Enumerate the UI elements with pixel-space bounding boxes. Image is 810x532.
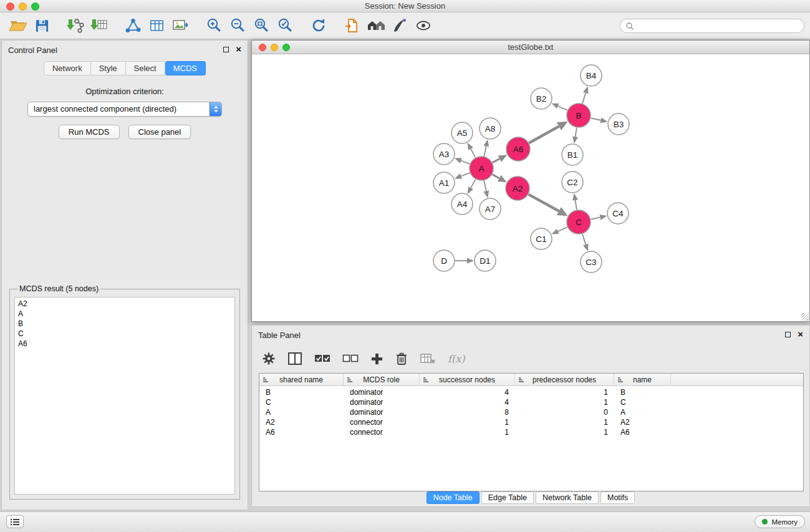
node-B4[interactable]: B4 bbox=[581, 65, 602, 86]
minimize-window-button[interactable] bbox=[19, 2, 27, 11]
show-graphics-icon[interactable] bbox=[412, 14, 435, 37]
table-tab-network-table[interactable]: Network Table bbox=[536, 491, 599, 504]
close-panel-icon[interactable]: × bbox=[236, 46, 241, 52]
search-input[interactable] bbox=[637, 22, 799, 31]
network-canvas[interactable]: B4B2BB3A8A5A6A3B1AC2A1A2A4A7C4CC1DD1C3 bbox=[252, 54, 809, 321]
node-A6[interactable]: A6 bbox=[506, 137, 530, 161]
window-resize-grip[interactable] bbox=[801, 313, 809, 321]
mcds-result-item[interactable]: C bbox=[18, 329, 231, 339]
open-session-doc-icon[interactable] bbox=[340, 14, 364, 37]
node-D[interactable]: D bbox=[433, 250, 455, 271]
deselect-all-icon[interactable] bbox=[342, 352, 359, 365]
new-network-icon[interactable] bbox=[121, 14, 145, 37]
node-A2[interactable]: A2 bbox=[506, 177, 529, 200]
first-neighbors-icon[interactable] bbox=[364, 14, 388, 37]
delete-row-icon[interactable] bbox=[395, 352, 408, 365]
node-B2[interactable]: B2 bbox=[531, 88, 552, 109]
show-panel-button[interactable] bbox=[6, 515, 24, 528]
column-header-name[interactable]: name bbox=[614, 374, 671, 385]
edge-A-A6[interactable] bbox=[493, 159, 500, 163]
zoom-out-icon[interactable] bbox=[226, 14, 249, 37]
table-row[interactable]: Bdominator41B bbox=[259, 387, 803, 397]
node-C[interactable]: C bbox=[567, 210, 591, 234]
edge-A-A1[interactable] bbox=[461, 173, 470, 176]
control-tab-select[interactable]: Select bbox=[126, 61, 165, 75]
edge-A6-B[interactable] bbox=[529, 127, 559, 143]
table-row[interactable]: Cdominator41C bbox=[259, 397, 803, 407]
column-header-MCDS-role[interactable]: MCDS role bbox=[344, 374, 420, 385]
optimization-dropdown[interactable]: largest connected component (directed) bbox=[27, 102, 222, 117]
column-header-predecessor-nodes[interactable]: predecessor nodes bbox=[515, 374, 614, 385]
network-window-titlebar[interactable]: testGlobe.txt bbox=[252, 41, 809, 54]
control-tab-network[interactable]: Network bbox=[44, 61, 91, 75]
table-row[interactable]: A6connector11A6 bbox=[259, 427, 803, 437]
style-brush-icon[interactable] bbox=[388, 14, 412, 37]
import-network-file-icon[interactable] bbox=[64, 14, 87, 37]
node-A1[interactable]: A1 bbox=[433, 172, 455, 193]
edge-A-A4[interactable] bbox=[471, 180, 475, 188]
node-C2[interactable]: C2 bbox=[562, 172, 583, 193]
search-box[interactable] bbox=[620, 19, 804, 33]
column-header-shared-name[interactable]: shared name bbox=[259, 374, 344, 385]
mcds-result-item[interactable]: A bbox=[18, 309, 231, 319]
edge-C-C2[interactable] bbox=[576, 200, 577, 210]
edge-A2-C[interactable] bbox=[529, 195, 559, 211]
node-A5[interactable]: A5 bbox=[451, 122, 473, 143]
network-graph[interactable]: B4B2BB3A8A5A6A3B1AC2A1A2A4A7C4CC1DD1C3 bbox=[252, 54, 809, 321]
columns-icon[interactable] bbox=[287, 352, 302, 365]
control-tab-mcds[interactable]: MCDS bbox=[165, 61, 206, 75]
select-all-icon[interactable] bbox=[314, 352, 330, 365]
table-tab-node-table[interactable]: Node Table bbox=[427, 491, 480, 504]
node-C1[interactable]: C1 bbox=[531, 228, 552, 249]
close-panel-button[interactable]: Close panel bbox=[128, 125, 191, 139]
run-mcds-button[interactable]: Run MCDS bbox=[59, 125, 120, 139]
node-C4[interactable]: C4 bbox=[607, 203, 629, 224]
edge-B-B3[interactable] bbox=[591, 118, 601, 120]
edge-A-A2[interactable] bbox=[493, 175, 499, 178]
close-table-panel-icon[interactable]: × bbox=[798, 331, 803, 337]
node-A7[interactable]: A7 bbox=[480, 198, 501, 220]
node-B[interactable]: B bbox=[567, 104, 591, 127]
table-tab-motifs[interactable]: Motifs bbox=[600, 491, 635, 504]
edge-A-A7[interactable] bbox=[484, 181, 486, 191]
close-window-button[interactable] bbox=[6, 2, 14, 11]
mcds-result-item[interactable]: A2 bbox=[18, 299, 231, 309]
node-B3[interactable]: B3 bbox=[608, 114, 629, 135]
mcds-result-list[interactable]: A2ABCA6 bbox=[14, 297, 235, 495]
edge-A-A5[interactable] bbox=[471, 149, 475, 158]
refresh-icon[interactable] bbox=[307, 14, 330, 37]
edge-B-B4[interactable] bbox=[582, 93, 586, 104]
edge-C-C4[interactable] bbox=[591, 217, 600, 219]
mcds-result-item[interactable]: B bbox=[18, 319, 231, 329]
node-C3[interactable]: C3 bbox=[581, 251, 602, 273]
control-tab-style[interactable]: Style bbox=[91, 61, 126, 75]
node-A[interactable]: A bbox=[470, 157, 493, 180]
import-table-file-icon[interactable] bbox=[87, 14, 111, 37]
open-file-icon[interactable] bbox=[6, 14, 30, 37]
float-panel-icon[interactable] bbox=[223, 47, 229, 52]
zoom-selected-icon[interactable] bbox=[273, 14, 297, 37]
network-zoom-button[interactable] bbox=[282, 44, 290, 51]
zoom-in-icon[interactable] bbox=[202, 14, 226, 37]
network-minimize-button[interactable] bbox=[271, 44, 278, 51]
network-close-button[interactable] bbox=[259, 44, 266, 51]
new-table-icon[interactable] bbox=[145, 14, 168, 37]
edge-C-C1[interactable] bbox=[558, 227, 567, 231]
destroy-table-icon[interactable] bbox=[420, 352, 436, 365]
memory-button[interactable]: Memory bbox=[755, 515, 805, 528]
zoom-window-button[interactable] bbox=[31, 2, 39, 11]
edge-B-B1[interactable] bbox=[576, 128, 577, 137]
edge-A-A8[interactable] bbox=[484, 147, 486, 157]
table-row[interactable]: A2connector11A2 bbox=[259, 417, 803, 427]
settings-icon[interactable] bbox=[262, 352, 276, 365]
table-row[interactable]: Adominator80A bbox=[259, 407, 803, 417]
zoom-fit-icon[interactable] bbox=[249, 14, 273, 37]
column-header-successor-nodes[interactable]: successor nodes bbox=[420, 374, 515, 385]
node-A3[interactable]: A3 bbox=[433, 143, 455, 165]
function-builder-icon[interactable]: f(x) bbox=[448, 353, 465, 365]
export-image-icon[interactable] bbox=[168, 14, 192, 37]
edge-A-A3[interactable] bbox=[461, 160, 470, 163]
save-session-icon[interactable] bbox=[30, 14, 54, 37]
edge-B-B2[interactable] bbox=[558, 106, 567, 110]
node-D1[interactable]: D1 bbox=[475, 250, 496, 271]
